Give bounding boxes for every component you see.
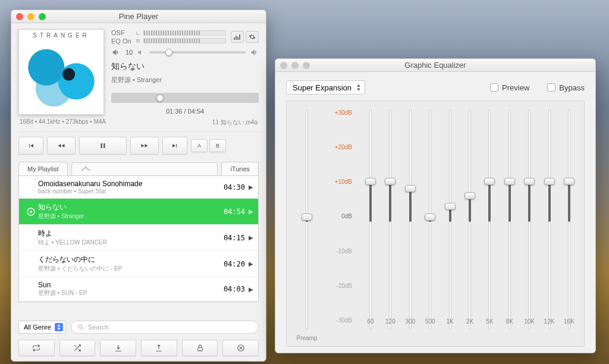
slider-knob[interactable] (302, 214, 312, 221)
band-freq-label: 60 (367, 318, 373, 325)
slider-knob[interactable] (564, 178, 575, 185)
zoom-icon[interactable] (39, 13, 46, 20)
collapse-playlist-button[interactable] (71, 162, 218, 175)
playlist-item[interactable]: くだらないの中に星野源 • くだらないの中に - EP04:20▶ (19, 251, 258, 277)
eq-band-slider[interactable]: 1K (442, 109, 458, 330)
zoom-icon[interactable] (303, 62, 310, 69)
svg-rect-0 (234, 37, 235, 40)
bypass-checkbox[interactable]: Bypass (547, 83, 585, 92)
track-title: 知らない (38, 202, 224, 212)
genre-filter-select[interactable]: All Genre ▲▼ (18, 321, 66, 334)
preset-select[interactable]: Super Expansion ▲▼ (286, 80, 365, 95)
repeat-button[interactable] (18, 340, 55, 356)
import-button[interactable] (100, 340, 136, 356)
clear-button[interactable] (222, 340, 259, 356)
eq-band-slider[interactable]: 5K (482, 109, 497, 330)
eq-bands: 601203005001K2K5K8K10K12K16K (363, 109, 577, 330)
settings-button[interactable] (246, 31, 259, 43)
format-info: 16Bit • 44.1kHz • 273kbps • M4A (20, 118, 106, 127)
rewind-button[interactable] (47, 137, 76, 155)
progress-slider[interactable] (111, 93, 259, 103)
eq-band-slider[interactable]: 10K (522, 109, 537, 330)
svg-point-5 (30, 211, 32, 213)
chevron-updown-icon: ▲▼ (55, 323, 63, 331)
checkbox-icon (490, 83, 498, 92)
play-icon[interactable]: ▶ (249, 208, 253, 215)
tab-itunes[interactable]: iTunes (221, 162, 259, 175)
slider-knob[interactable] (544, 178, 555, 185)
band-freq-label: 300 (405, 318, 415, 325)
shuffle-button[interactable] (59, 340, 96, 356)
svg-rect-2 (237, 37, 238, 40)
titlebar[interactable]: Pine Player (11, 10, 266, 23)
elapsed-time: 01:36 (166, 108, 183, 115)
search-input[interactable]: Search (71, 321, 259, 334)
track-subtitle: 星野源 • SUN - EP (38, 289, 224, 297)
db-tick-label: +30dB (328, 109, 352, 116)
band-freq-label: 5K (486, 318, 493, 325)
titlebar[interactable]: Graphic Equalizer (275, 59, 595, 72)
eq-band-slider[interactable]: 8K (502, 109, 517, 330)
visualizer-button[interactable] (231, 31, 244, 43)
play-icon[interactable]: ▶ (249, 234, 253, 241)
volume-slider-knob[interactable] (165, 49, 172, 56)
play-pause-button[interactable] (79, 137, 127, 155)
eq-band-slider[interactable]: 120 (382, 109, 398, 330)
eq-band-slider[interactable]: 2K (462, 109, 478, 330)
eq-band-slider[interactable]: 500 (422, 109, 438, 330)
play-icon[interactable]: ▶ (249, 261, 253, 267)
fast-forward-button[interactable] (130, 137, 159, 155)
playlist-item[interactable]: 知らない星野源 • Stranger04:54▶ (19, 199, 258, 225)
slider-knob[interactable] (365, 178, 376, 185)
slider-knob[interactable] (425, 214, 435, 221)
slider-knob[interactable] (445, 203, 456, 210)
db-tick-label: -30dB (328, 317, 352, 324)
tab-my-playlist[interactable]: My Playlist (18, 162, 68, 175)
now-playing-title: 知らない (111, 61, 259, 72)
progress-slider-knob[interactable] (156, 95, 164, 102)
album-art[interactable]: STRANGER (18, 29, 104, 115)
ab-b-button[interactable]: B (209, 139, 226, 152)
search-placeholder: Search (88, 324, 109, 331)
preamp-slider[interactable]: Preamp (294, 109, 320, 330)
export-button[interactable] (141, 340, 177, 356)
db-tick-label: +10dB (328, 178, 352, 185)
chevron-updown-icon: ▲▼ (356, 83, 361, 92)
volume-slider[interactable] (149, 51, 246, 54)
slider-knob[interactable] (385, 178, 395, 185)
search-icon (77, 324, 84, 331)
eq-band-slider[interactable]: 300 (403, 109, 418, 330)
close-icon[interactable] (280, 62, 287, 69)
slider-knob[interactable] (464, 192, 475, 199)
play-icon[interactable]: ▶ (249, 184, 253, 190)
level-meters: L R (136, 30, 226, 44)
prev-track-button[interactable] (18, 137, 43, 155)
close-icon[interactable] (16, 13, 23, 20)
eq-band-slider[interactable]: 12K (542, 109, 557, 330)
track-subtitle: 時よ • YELLOW DANCER (38, 239, 224, 247)
band-freq-label: 120 (385, 318, 395, 325)
album-brand-text: STRANGER (19, 32, 103, 39)
bypass-label: Bypass (559, 83, 585, 92)
now-playing-icon (24, 207, 38, 216)
band-freq-label: 1K (446, 318, 453, 325)
slider-knob[interactable] (405, 185, 416, 192)
play-icon[interactable]: ▶ (249, 286, 253, 293)
slider-knob[interactable] (524, 178, 535, 185)
eq-band-slider[interactable]: 60 (363, 109, 378, 330)
preview-checkbox[interactable]: Preview (490, 83, 529, 92)
next-track-button[interactable] (162, 137, 187, 155)
minimize-icon[interactable] (291, 62, 299, 69)
ab-a-button[interactable]: A (191, 139, 208, 152)
lock-button[interactable] (182, 340, 218, 356)
playlist-item[interactable]: 時よ時よ • YELLOW DANCER04:15▶ (19, 225, 258, 251)
playlist-item[interactable]: Sun星野源 • SUN - EP04:03▶ (19, 277, 258, 302)
meter-l-label: L (136, 30, 141, 36)
minimize-icon[interactable] (27, 13, 34, 20)
eq-band-slider[interactable]: 16K (561, 109, 577, 330)
slider-knob[interactable] (504, 178, 515, 185)
slider-knob[interactable] (484, 178, 495, 185)
volume-min-icon (137, 49, 145, 56)
playlist-item[interactable]: Omoidasenakunaru Sonohimadeback number •… (19, 176, 258, 199)
progress-time: 01:36 / 04:54 (111, 108, 259, 115)
